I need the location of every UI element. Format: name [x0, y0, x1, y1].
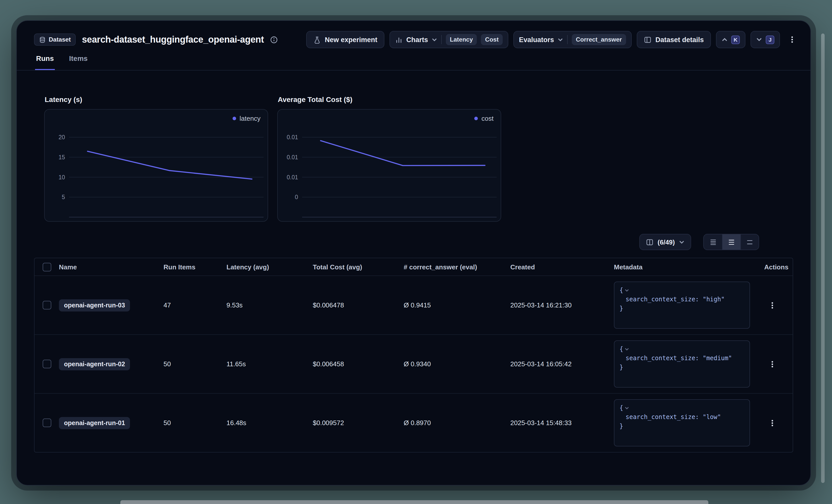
chevron-down-icon	[557, 37, 563, 43]
kebab-menu-icon	[788, 35, 796, 44]
shortcut-key-badge: J	[766, 35, 774, 44]
legend-label: latency	[240, 115, 260, 122]
latency-chart-card: latency 2015105	[44, 109, 268, 222]
shortcut-key-badge: K	[731, 35, 740, 44]
select-all-checkbox[interactable]	[43, 262, 51, 271]
metadata-json[interactable]: { search_context_size: "high" }	[614, 282, 750, 329]
run-items-value: 47	[163, 301, 227, 309]
dataset-badge-label: Dataset	[49, 36, 71, 43]
new-experiment-button[interactable]: New experiment	[306, 31, 384, 48]
legend-dot	[474, 117, 478, 120]
column-header-run-items[interactable]: Run Items	[163, 263, 227, 271]
background-window-edge	[120, 500, 708, 504]
nav-previous-button[interactable]: K	[716, 31, 746, 48]
scrollbar[interactable]	[821, 33, 825, 483]
panel-icon	[644, 36, 651, 44]
evaluators-group: Evaluators Correct_answer	[513, 31, 632, 48]
json-body: search_context_size: "high"	[620, 295, 745, 304]
table-row[interactable]: openai-agent-run-02 50 11.65s $0.006458 …	[34, 334, 792, 393]
latency-value: 16.48s	[227, 419, 313, 427]
chevron-down-icon	[756, 36, 762, 43]
bar-chart-icon	[395, 36, 403, 44]
latency-value: 9.53s	[227, 301, 313, 309]
evaluator-chip-correct-answer[interactable]: Correct_answer	[572, 34, 626, 45]
json-body: search_context_size: "low"	[620, 413, 745, 422]
legend-dot	[233, 117, 236, 120]
total-cost-value: $0.006478	[313, 301, 404, 309]
json-close-brace: }	[620, 422, 745, 431]
cost-chart-card: cost 0.010.010.010	[277, 109, 501, 222]
json-close-brace: }	[620, 304, 745, 313]
table-row[interactable]: openai-agent-run-01 50 16.48s $0.009572 …	[34, 393, 792, 452]
svg-text:15: 15	[58, 154, 65, 161]
run-name-badge[interactable]: openai-agent-run-03	[59, 299, 130, 311]
more-options-button[interactable]	[785, 31, 799, 48]
collapse-chevron-icon[interactable]	[625, 347, 629, 351]
kebab-menu-icon	[768, 419, 776, 427]
row-height-medium-icon	[728, 238, 735, 246]
metadata-json[interactable]: { search_context_size: "medium" }	[614, 340, 750, 388]
chart-filter-chip-latency[interactable]: Latency	[446, 34, 477, 45]
column-header-total-cost[interactable]: Total Cost (avg)	[313, 263, 404, 271]
row-checkbox[interactable]	[43, 360, 51, 368]
database-icon	[39, 36, 46, 43]
correct-answer-value: Ø 0.9340	[404, 360, 510, 368]
nav-next-button[interactable]: J	[751, 31, 780, 48]
tab-bar: Runs Items	[35, 48, 799, 70]
tab-items[interactable]: Items	[68, 54, 88, 70]
table-controls: (6/49)	[34, 234, 793, 250]
chart-legend: latency	[233, 115, 260, 122]
metadata-json[interactable]: { search_context_size: "low" }	[614, 399, 750, 446]
collapse-chevron-icon[interactable]	[625, 405, 629, 410]
collapse-chevron-icon[interactable]	[625, 288, 629, 292]
charts-section: Latency (s) latency 2015105 Average Tota…	[44, 94, 793, 222]
svg-text:5: 5	[62, 194, 65, 200]
row-checkbox[interactable]	[43, 301, 51, 309]
run-items-value: 50	[163, 419, 227, 427]
row-checkbox[interactable]	[43, 419, 51, 427]
chevron-down-icon	[679, 239, 684, 245]
column-header-correct-answer[interactable]: # correct_answer (eval)	[404, 263, 510, 271]
chevron-down-icon	[432, 37, 437, 43]
cost-chart-block: Average Total Cost ($) cost 0.010.010.01…	[277, 94, 501, 222]
svg-text:0.01: 0.01	[287, 134, 298, 141]
evaluators-dropdown[interactable]: Evaluators	[519, 36, 563, 44]
row-height-large-icon	[746, 238, 754, 246]
chart-title: Latency (s)	[45, 94, 268, 105]
run-name-badge[interactable]: openai-agent-run-01	[59, 417, 130, 429]
row-actions-button[interactable]	[765, 298, 779, 312]
json-open-brace: {	[620, 344, 623, 354]
dataset-details-button[interactable]: Dataset details	[636, 31, 711, 48]
row-actions-button[interactable]	[765, 416, 779, 430]
table-row[interactable]: openai-agent-run-03 47 9.53s $0.006478 Ø…	[34, 276, 792, 334]
svg-text:10: 10	[58, 174, 65, 180]
column-header-created[interactable]: Created	[510, 263, 614, 271]
tab-runs[interactable]: Runs	[35, 54, 55, 70]
row-height-large-button[interactable]	[740, 234, 759, 250]
json-open-brace: {	[620, 286, 623, 295]
column-header-name[interactable]: Name	[59, 263, 163, 271]
column-header-latency[interactable]: Latency (avg)	[227, 263, 313, 271]
svg-text:0.01: 0.01	[287, 174, 298, 180]
legend-label: cost	[482, 115, 494, 122]
row-height-medium-button[interactable]	[722, 234, 740, 250]
charts-dropdown[interactable]: Charts	[395, 36, 437, 44]
row-height-small-button[interactable]	[704, 234, 722, 250]
svg-text:0.01: 0.01	[287, 154, 298, 161]
info-icon[interactable]	[270, 36, 278, 44]
column-header-metadata[interactable]: Metadata	[614, 263, 764, 271]
column-visibility-button[interactable]: (6/49)	[639, 234, 691, 250]
chevron-up-icon	[722, 36, 728, 43]
total-cost-value: $0.006458	[313, 360, 404, 368]
svg-text:0: 0	[295, 194, 298, 200]
created-value: 2025-03-14 16:05:42	[510, 360, 614, 368]
json-body: search_context_size: "medium"	[620, 354, 745, 363]
created-value: 2025-03-14 15:48:33	[510, 419, 614, 427]
row-height-toggle	[703, 234, 759, 250]
charts-label: Charts	[406, 36, 428, 44]
row-actions-button[interactable]	[765, 357, 779, 371]
latency-chart-block: Latency (s) latency 2015105	[44, 94, 268, 222]
run-name-badge[interactable]: openai-agent-run-02	[59, 358, 130, 370]
divider	[567, 35, 568, 44]
chart-filter-chip-cost[interactable]: Cost	[481, 34, 503, 45]
